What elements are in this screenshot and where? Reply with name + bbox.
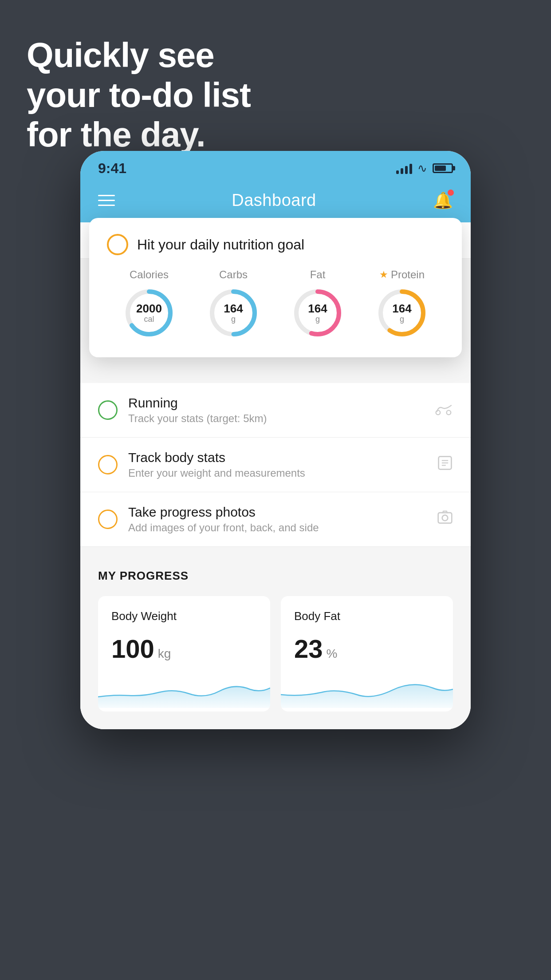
carbs-donut: 164 g (207, 286, 260, 340)
todo-list: Running Track your stats (target: 5km) T… (80, 383, 471, 547)
fat-label: Fat (310, 269, 326, 281)
calories-value: 2000 (136, 302, 162, 315)
nutrition-card-title: Hit your daily nutrition goal (137, 237, 304, 253)
protein-item: ★ Protein 164 g (375, 269, 429, 340)
body-fat-value-container: 23 % (294, 634, 440, 664)
body-fat-chart (281, 672, 453, 708)
calories-item: Calories 2000 cal (122, 269, 176, 340)
body-stats-desc: Enter your weight and measurements (128, 467, 426, 479)
calories-donut: 2000 cal (122, 286, 176, 340)
app-content: THINGS TO DO TODAY Hit your daily nutrit… (80, 222, 471, 729)
svg-rect-14 (438, 513, 452, 523)
body-fat-number: 23 (294, 634, 323, 664)
fat-item: Fat 164 g (291, 269, 344, 340)
status-bar: 9:41 ∿ (80, 151, 471, 182)
progress-title: MY PROGRESS (98, 569, 453, 583)
svg-point-15 (442, 515, 448, 521)
progress-cards: Body Weight 100 kg (98, 596, 453, 711)
fat-value: 164 (308, 302, 327, 315)
svg-point-8 (447, 410, 451, 415)
body-fat-unit: % (327, 647, 338, 661)
app-header: Dashboard 🔔 (80, 182, 471, 222)
headline-line2: your to-do list (27, 75, 251, 115)
todo-item-body-stats[interactable]: Track body stats Enter your weight and m… (80, 438, 471, 492)
running-circle (98, 400, 118, 420)
carbs-unit: g (224, 315, 243, 324)
body-weight-unit: kg (158, 647, 171, 661)
fat-unit: g (308, 315, 327, 324)
nutrition-check-circle[interactable] (107, 234, 128, 255)
running-icon (435, 402, 453, 419)
running-text: Running Track your stats (target: 5km) (128, 395, 425, 425)
status-time: 9:41 (98, 160, 126, 177)
phone-mockup: 9:41 ∿ Dashboard 🔔 (80, 151, 471, 729)
menu-button[interactable] (98, 195, 115, 206)
photos-desc: Add images of your front, back, and side (128, 522, 426, 534)
header-title: Dashboard (232, 191, 316, 210)
protein-donut: 164 g (375, 286, 429, 340)
headline-line3: for the day. (27, 115, 205, 154)
calories-unit: cal (136, 315, 162, 324)
battery-icon (433, 163, 453, 173)
headline-line1: Quickly see (27, 36, 214, 75)
body-weight-title: Body Weight (111, 609, 257, 623)
star-icon: ★ (379, 269, 388, 281)
nutrition-card: Hit your daily nutrition goal Calories 2… (89, 218, 462, 357)
calories-label: Calories (130, 269, 169, 281)
photos-circle (98, 510, 118, 529)
notification-bell[interactable]: 🔔 (433, 191, 453, 210)
bell-dot (448, 190, 454, 196)
carbs-item: Carbs 164 g (207, 269, 260, 340)
running-desc: Track your stats (target: 5km) (128, 412, 425, 425)
protein-unit: g (392, 315, 411, 324)
todo-item-photos[interactable]: Take progress photos Add images of your … (80, 492, 471, 547)
todo-item-running[interactable]: Running Track your stats (target: 5km) (80, 383, 471, 438)
nutrition-circles: Calories 2000 cal Carbs (107, 269, 444, 340)
body-fat-card[interactable]: Body Fat 23 % (281, 596, 453, 711)
carbs-label: Carbs (219, 269, 248, 281)
body-weight-value-container: 100 kg (111, 634, 257, 664)
body-fat-title: Body Fat (294, 609, 440, 623)
body-stats-text: Track body stats Enter your weight and m… (128, 450, 426, 479)
body-stats-icon (437, 455, 453, 474)
signal-icon (396, 162, 412, 174)
protein-label: ★ Protein (379, 269, 425, 281)
progress-section: MY PROGRESS Body Weight 100 kg (80, 547, 471, 729)
body-stats-circle (98, 455, 118, 474)
photos-text: Take progress photos Add images of your … (128, 505, 426, 534)
body-stats-name: Track body stats (128, 450, 426, 465)
body-weight-number: 100 (111, 634, 154, 664)
body-weight-chart (98, 672, 270, 708)
headline: Quickly see your to-do list for the day. (27, 36, 251, 155)
status-icons: ∿ (396, 162, 453, 175)
wifi-icon: ∿ (417, 162, 427, 175)
fat-donut: 164 g (291, 286, 344, 340)
running-name: Running (128, 395, 425, 411)
svg-point-9 (436, 410, 441, 415)
protein-value: 164 (392, 302, 411, 315)
photos-name: Take progress photos (128, 505, 426, 520)
photos-icon (437, 510, 453, 529)
carbs-value: 164 (224, 302, 243, 315)
body-weight-card[interactable]: Body Weight 100 kg (98, 596, 270, 711)
